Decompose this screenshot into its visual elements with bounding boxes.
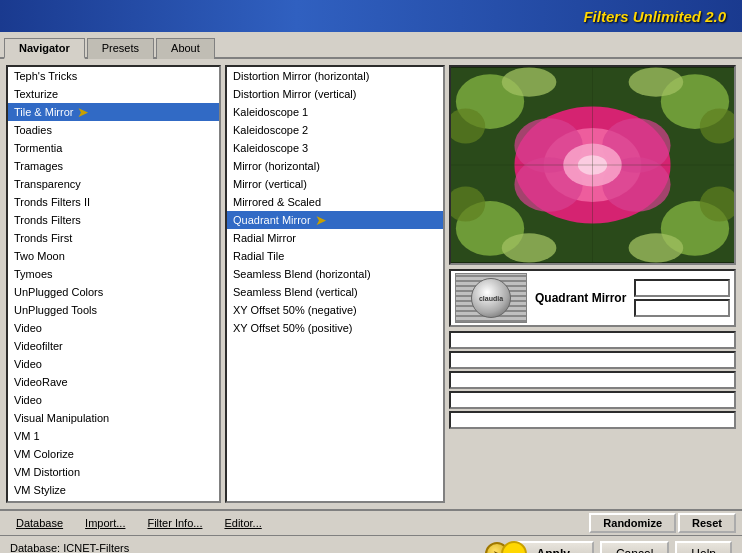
arrow-icon-filter: ➤: [315, 212, 327, 228]
filter-distortion-mirror-h[interactable]: Distortion Mirror (horizontal): [227, 67, 443, 85]
navigator-list[interactable]: Teph's Tricks Texturize Tile & Mirror ➤ …: [6, 65, 221, 503]
nav-item-video-2[interactable]: Video: [8, 355, 219, 373]
options-rows: [634, 279, 730, 317]
nav-item-vm1[interactable]: VM 1: [8, 427, 219, 445]
filter-info-button[interactable]: Filter Info...: [137, 515, 212, 531]
filter-list[interactable]: Distortion Mirror (horizontal) Distortio…: [225, 65, 445, 503]
filter-mirror-h[interactable]: Mirror (horizontal): [227, 157, 443, 175]
main-content: Teph's Tricks Texturize Tile & Mirror ➤ …: [0, 59, 742, 509]
filter-info-panel: claudia Quadrant Mirror: [449, 269, 736, 327]
nav-item-tile-mirror[interactable]: Tile & Mirror ➤: [8, 103, 219, 121]
nav-item-toadies[interactable]: Toadies: [8, 121, 219, 139]
nav-item-vm-colorize[interactable]: VM Colorize: [8, 445, 219, 463]
tab-presets[interactable]: Presets: [87, 38, 154, 59]
option-row-7: [449, 411, 736, 429]
editor-button[interactable]: Editor...: [214, 515, 271, 531]
bottom-toolbar: Database Import... Filter Info... Editor…: [0, 509, 742, 535]
nav-item-two-moon[interactable]: Two Moon: [8, 247, 219, 265]
database-value: ICNET-Filters: [63, 542, 129, 554]
apply-button[interactable]: Apply: [513, 541, 594, 554]
status-left: Database: ICNET-Filters Filters: 4480: [10, 542, 129, 554]
help-button[interactable]: Help: [675, 541, 732, 554]
nav-item-unplugged-tools[interactable]: UnPlugged Tools: [8, 301, 219, 319]
nav-item-tephs-tricks[interactable]: Teph's Tricks: [8, 67, 219, 85]
filter-xy-offset-pos[interactable]: XY Offset 50% (positive): [227, 319, 443, 337]
randomize-button[interactable]: Randomize: [589, 513, 676, 533]
nav-item-video-3[interactable]: Video: [8, 391, 219, 409]
nav-item-visual-manipulation[interactable]: Visual Manipulation: [8, 409, 219, 427]
svg-point-15: [502, 233, 557, 262]
nav-item-tormentia[interactable]: Tormentia: [8, 139, 219, 157]
preview-image: [449, 65, 736, 265]
svg-point-12: [629, 67, 684, 96]
database-label: Database:: [10, 542, 60, 554]
nav-item-videofilter[interactable]: Videofilter: [8, 337, 219, 355]
reset-button[interactable]: Reset: [678, 513, 736, 533]
cancel-button[interactable]: Cancel: [600, 541, 669, 554]
nav-item-vm-texture[interactable]: VM Texture: [8, 499, 219, 503]
import-button[interactable]: Import...: [75, 515, 135, 531]
filter-xy-offset-neg[interactable]: XY Offset 50% (negative): [227, 301, 443, 319]
nav-item-tronds-first[interactable]: Tronds First: [8, 229, 219, 247]
option-row-6: [449, 391, 736, 409]
filter-seamless-blend-v[interactable]: Seamless Blend (vertical): [227, 283, 443, 301]
option-row-5: [449, 371, 736, 389]
filter-seamless-blend-h[interactable]: Seamless Blend (horizontal): [227, 265, 443, 283]
nav-item-tronds-filters[interactable]: Tronds Filters: [8, 211, 219, 229]
tab-bar: Navigator Presets About: [0, 32, 742, 59]
filter-kaleidoscope-3[interactable]: Kaleidoscope 3: [227, 139, 443, 157]
extra-option-rows: [449, 331, 736, 503]
nav-item-vm-distortion[interactable]: VM Distortion: [8, 463, 219, 481]
filter-distortion-mirror-v[interactable]: Distortion Mirror (vertical): [227, 85, 443, 103]
svg-point-18: [629, 233, 684, 262]
nav-item-tronds-filters-ii[interactable]: Tronds Filters II: [8, 193, 219, 211]
title-bar: Filters Unlimited 2.0: [0, 0, 742, 32]
apply-button-wrapper: ➤ Apply: [485, 541, 594, 554]
claudia-globe-icon: claudia: [471, 278, 511, 318]
tab-about[interactable]: About: [156, 38, 215, 59]
status-bar: Database: ICNET-Filters Filters: 4480 ➤ …: [0, 535, 742, 553]
option-row-4: [449, 351, 736, 369]
option-row-1: [634, 279, 730, 297]
filter-mirrored-scaled[interactable]: Mirrored & Scaled: [227, 193, 443, 211]
filter-radial-tile[interactable]: Radial Tile: [227, 247, 443, 265]
arrow-icon: ➤: [77, 104, 89, 120]
nav-item-transparency[interactable]: Transparency: [8, 175, 219, 193]
filter-quadrant-mirror[interactable]: Quadrant Mirror ➤: [227, 211, 443, 229]
option-row-2: [634, 299, 730, 317]
filter-kaleidoscope-1[interactable]: Kaleidoscope 1: [227, 103, 443, 121]
nav-item-tymoes[interactable]: Tymoes: [8, 265, 219, 283]
filter-thumbnail: claudia: [455, 273, 527, 323]
nav-item-texturize[interactable]: Texturize: [8, 85, 219, 103]
nav-item-video-1[interactable]: Video: [8, 319, 219, 337]
app-title: Filters Unlimited 2.0: [583, 8, 726, 25]
database-status: Database: ICNET-Filters: [10, 542, 129, 554]
right-panel: claudia Quadrant Mirror: [449, 65, 736, 503]
nav-item-tramages[interactable]: Tramages: [8, 157, 219, 175]
status-buttons: ➤ Apply Cancel Help: [485, 541, 732, 554]
nav-item-videorave[interactable]: VideoRave: [8, 373, 219, 391]
filter-kaleidoscope-2[interactable]: Kaleidoscope 2: [227, 121, 443, 139]
tab-navigator[interactable]: Navigator: [4, 38, 85, 59]
nav-item-unplugged-colors[interactable]: UnPlugged Colors: [8, 283, 219, 301]
svg-point-9: [502, 67, 557, 96]
database-button[interactable]: Database: [6, 515, 73, 531]
filter-mirror-v[interactable]: Mirror (vertical): [227, 175, 443, 193]
selected-filter-name: Quadrant Mirror: [535, 291, 626, 305]
option-row-3: [449, 331, 736, 349]
filter-radial-mirror[interactable]: Radial Mirror: [227, 229, 443, 247]
nav-item-vm-stylize[interactable]: VM Stylize: [8, 481, 219, 499]
